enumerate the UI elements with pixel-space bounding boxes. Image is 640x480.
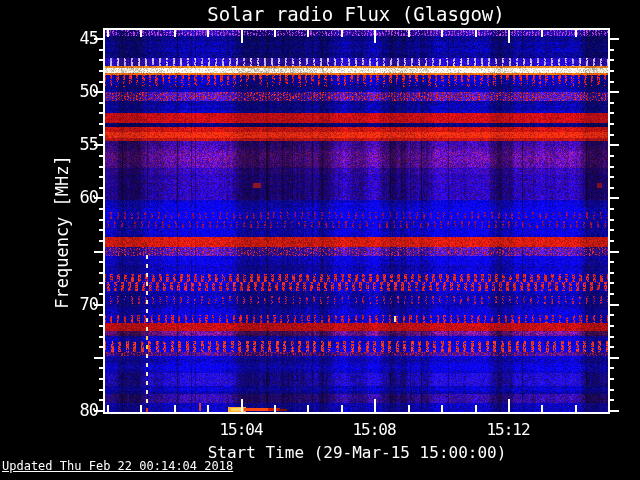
x-axis-title: Start Time (29-Mar-15 15:00:00): [208, 443, 507, 462]
spectrogram-window: Solar radio Flux (Glasgow) Frequency [MH…: [0, 0, 640, 480]
y-tick-label-45: 45: [58, 28, 98, 48]
y-tick-label-60: 60: [58, 187, 98, 207]
y-tick-label-55: 55: [58, 134, 98, 154]
y-axis-title: Frequency [MHz]: [52, 155, 72, 309]
plot-title: Solar radio Flux (Glasgow): [207, 3, 504, 25]
x-tick-label-15-08: 15:08: [352, 420, 395, 439]
y-tick-label-50: 50: [58, 81, 98, 101]
y-tick-label-70: 70: [58, 294, 98, 314]
x-tick-label-15-04: 15:04: [219, 420, 262, 439]
y-tick-label-80: 80: [58, 400, 98, 420]
updated-timestamp: Updated Thu Feb 22 00:14:04 2018: [2, 459, 233, 473]
x-tick-label-15-12: 15:12: [486, 420, 529, 439]
